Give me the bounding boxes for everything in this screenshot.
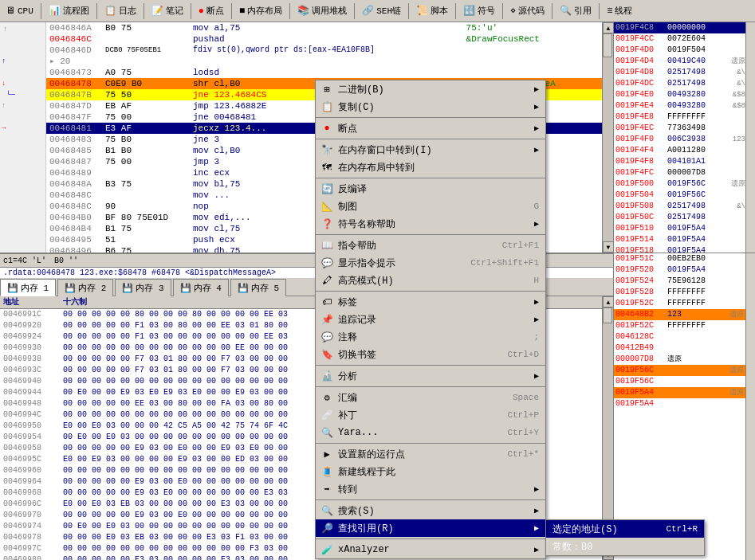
yara-icon: 🔍 [320, 427, 333, 439]
goto-icon: ➡ [320, 484, 333, 495]
menu-sep [316, 499, 545, 500]
instr-help-icon: 📖 [320, 240, 333, 252]
menu-item-symbol-help[interactable]: ❓ 符号名称帮助 ▶ [316, 215, 545, 233]
menu-item-new-thread[interactable]: 🧵 新建线程于此 [316, 463, 545, 480]
menu-item-goto-memory[interactable]: 🔭 在内存窗口中转到(I) ▶ [316, 141, 545, 159]
menu-item-instr-help[interactable]: 📖 指令帮助 Ctrl+F1 [316, 237, 545, 254]
graph-icon: 📐 [320, 201, 333, 213]
arrow-icon: ▶ [534, 102, 539, 112]
menu-item-binary[interactable]: ⊞ 二进制(B) ▶ [316, 80, 545, 98]
menu-sep [316, 538, 545, 539]
analyze-icon: 🔬 [320, 370, 333, 382]
find-ref-icon: 🔎 [320, 523, 333, 535]
goto-layout-icon: 🗺 [320, 162, 333, 174]
menu-item-analyze[interactable]: 🔬 分析 ▶ [316, 367, 545, 385]
menu-sep [316, 178, 545, 178]
menu-item-find-ref[interactable]: 🔎 查找引用(R) ▶ 选定的地址(S) Ctrl+R 常数：B0 [316, 519, 545, 537]
arrow-icon: ▶ [534, 219, 539, 229]
menu-item-highlight[interactable]: 🖍 高亮模式(H) H [316, 272, 545, 289]
arrow-icon: ▶ [534, 506, 539, 515]
menu-item-bookmark[interactable]: 🔖 切换书签 Ctrl+D [316, 346, 545, 363]
arrow-icon: ▶ [534, 545, 539, 554]
context-menu-overlay[interactable]: ⊞ 二进制(B) ▶ 📋 复制(C) ▶ ● 断点 ▶ 🔭 在内存窗口中转到(I… [0, 0, 755, 560]
menu-sep [316, 365, 545, 366]
menu-item-yara[interactable]: 🔍 Yara... Ctrl+Y [316, 424, 545, 441]
arrow-icon: ▶ [534, 84, 539, 94]
menu-item-goto-layout[interactable]: 🗺 在内存布局中转到 [316, 159, 545, 176]
decompile-icon: 🔄 [320, 183, 333, 195]
highlight-icon: 🖍 [320, 275, 333, 287]
copy-icon: 📋 [320, 101, 333, 113]
menu-item-breakpoint[interactable]: ● 断点 ▶ [316, 119, 545, 137]
arrow-icon: ▶ [534, 523, 539, 533]
set-run-icon: ▶ [320, 448, 333, 460]
arrow-icon: ▶ [534, 123, 539, 133]
submenu-item-const[interactable]: 常数：B0 [546, 538, 704, 555]
search-icon: 🔍 [320, 505, 333, 517]
menu-item-copy[interactable]: 📋 复制(C) ▶ [316, 98, 545, 116]
menu-item-set-run[interactable]: ▶ 设置新的运行点 Ctrl+* [316, 445, 545, 463]
menu-item-goto[interactable]: ➡ 转到 ▶ [316, 480, 545, 498]
label-icon: 🏷 [320, 296, 333, 308]
arrow-icon: ▶ [534, 371, 539, 381]
comment-icon: 💬 [320, 331, 333, 343]
menu-item-patch[interactable]: 🩹 补丁 Ctrl+P [316, 406, 545, 424]
menu-item-assemble[interactable]: ⚙ 汇编 Space [316, 389, 545, 406]
trace-icon: 📌 [320, 314, 333, 326]
menu-item-xanalyzer[interactable]: 🧪 xAnalyzer ▶ [316, 541, 545, 558]
submenu-item-addr[interactable]: 选定的地址(S) Ctrl+R [546, 520, 704, 538]
menu-sep [316, 234, 545, 235]
menu-item-show-hint[interactable]: 💬 显示指令提示 Ctrl+Shift+F1 [316, 254, 545, 272]
show-hint-icon: 💬 [320, 257, 333, 269]
menu-item-comment[interactable]: 💬 注释 ; [316, 328, 545, 346]
menu-item-trace[interactable]: 📌 追踪记录 ▶ [316, 311, 545, 328]
arrow-icon: ▶ [534, 315, 539, 324]
breakpoint-menu-icon: ● [320, 123, 333, 134]
symbol-help-icon: ❓ [320, 218, 333, 230]
menu-item-decompile[interactable]: 🔄 反编译 [316, 180, 545, 198]
submenu: 选定的地址(S) Ctrl+R 常数：B0 [545, 519, 705, 556]
context-menu: ⊞ 二进制(B) ▶ 📋 复制(C) ▶ ● 断点 ▶ 🔭 在内存窗口中转到(I… [315, 80, 546, 559]
arrow-icon: ▶ [534, 297, 539, 307]
patch-icon: 🩹 [320, 409, 333, 421]
menu-item-label[interactable]: 🏷 标签 ▶ [316, 293, 545, 311]
binary-icon: ⊞ [320, 84, 333, 96]
arrow-icon: ▶ [534, 484, 539, 494]
xanalyzer-icon: 🧪 [320, 544, 333, 556]
menu-item-search[interactable]: 🔍 搜索(S) ▶ [316, 502, 545, 519]
menu-sep [316, 291, 545, 292]
arrow-icon: ▶ [534, 145, 539, 155]
new-thread-icon: 🧵 [320, 466, 333, 478]
menu-item-graph[interactable]: 📐 制图 G [316, 198, 545, 215]
goto-memory-icon: 🔭 [320, 144, 333, 156]
menu-sep [316, 443, 545, 444]
menu-sep [316, 117, 545, 118]
menu-sep [316, 386, 545, 387]
bookmark-icon: 🔖 [320, 349, 333, 361]
assemble-icon: ⚙ [320, 392, 333, 404]
menu-sep [316, 139, 545, 139]
